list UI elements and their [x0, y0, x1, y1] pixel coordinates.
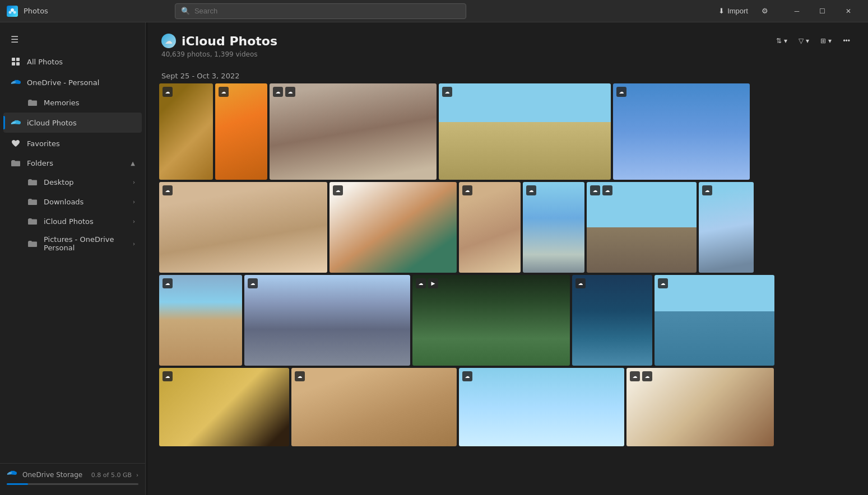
cloud-badge: ☁ [248, 278, 258, 288]
sidebar-item-folders[interactable]: Folders ▲ [3, 154, 142, 172]
photo-item[interactable]: ☁ [699, 182, 754, 273]
search-input[interactable] [194, 7, 460, 15]
storage-bar-fill [7, 483, 28, 485]
pictures-expand-icon: › [133, 241, 135, 247]
sidebar-item-all-photos[interactable]: All Photos [3, 52, 142, 72]
view-button[interactable]: ⊞ ▾ [816, 34, 836, 48]
photo-item[interactable]: ☁ [439, 83, 611, 180]
photo-grid: ☁ ☁ ☁ ☁ ☁ ☁ [148, 83, 868, 460]
cloud-badge2: ☁ [602, 185, 612, 195]
photo-item[interactable]: ☁ [613, 83, 750, 180]
grid-icon [10, 56, 21, 67]
sidebar-item-downloads[interactable]: Downloads › [3, 192, 142, 211]
photo-item[interactable]: ☁ [523, 182, 584, 273]
sort-button[interactable]: ⇅ ▾ [772, 34, 792, 48]
import-icon: ⬇ [718, 7, 725, 15]
desktop-label: Desktop [44, 178, 127, 186]
sidebar-item-icloud-folder[interactable]: iCloud Photos › [3, 212, 142, 231]
cloud-badge: ☁ [462, 185, 472, 195]
onedrive-label: OneDrive - Personal [27, 78, 135, 87]
titlebar: Photos 🔍 ⬇ Import ⚙ ─ ☐ ✕ [0, 0, 868, 22]
content-header: ☁ iCloud Photos ⇅ ▾ ▽ ▾ ⊞ ▾ [148, 22, 868, 67]
search-icon: 🔍 [181, 7, 190, 15]
minimize-button[interactable]: ─ [784, 2, 810, 20]
photo-item[interactable]: ☁ [159, 182, 327, 273]
filter-button[interactable]: ▽ ▾ [794, 34, 814, 48]
sort-chevron-icon: ▾ [784, 37, 787, 45]
photo-item[interactable]: ☁ [572, 275, 652, 366]
filter-chevron-icon: ▾ [806, 37, 809, 45]
photo-item[interactable]: ☁ [459, 368, 624, 446]
svg-rect-3 [12, 58, 15, 61]
search-bar[interactable]: 🔍 [175, 3, 466, 19]
sidebar-item-icloud-photos[interactable]: iCloud Photos [3, 113, 142, 133]
cloud-badge: ☁ [616, 87, 626, 97]
sidebar: ☰ All Photos On [0, 22, 146, 495]
more-icon: ••• [843, 37, 850, 45]
settings-button[interactable]: ⚙ [757, 4, 773, 17]
storage-chevron-icon: › [136, 472, 138, 478]
photo-row-3: ☁ ☁ ☁ ▶ ☁ ☁ [159, 275, 857, 366]
cloud-badge: ☁ [658, 278, 668, 288]
cloud-badge: ☁ [273, 87, 283, 97]
photo-item[interactable]: ☁ [291, 368, 457, 446]
storage-label: OneDrive Storage [22, 471, 87, 479]
icloud-icon [10, 117, 21, 128]
view-chevron-icon: ▾ [828, 37, 832, 45]
photo-item[interactable]: ☁ [159, 275, 242, 366]
photo-item[interactable]: ☁ [159, 368, 289, 446]
folders-icon [10, 157, 21, 169]
sidebar-item-memories[interactable]: Memories [3, 93, 142, 112]
maximize-button[interactable]: ☐ [810, 2, 835, 20]
close-button[interactable]: ✕ [835, 2, 861, 20]
cloud-badge: ☁ [462, 371, 472, 381]
svg-rect-6 [16, 62, 20, 66]
desktop-folder-icon [27, 176, 38, 188]
storage-row[interactable]: OneDrive Storage 0.8 of 5.0 GB › [7, 469, 138, 480]
cloud-badge: ☁ [163, 278, 173, 288]
storage-bar [7, 483, 138, 485]
pictures-onedrive-label: Pictures - OneDrive Personal [44, 235, 127, 252]
svg-point-2 [13, 11, 16, 13]
cloud-badge: ☁ [630, 371, 640, 381]
content-area: ☁ iCloud Photos ⇅ ▾ ▽ ▾ ⊞ ▾ [148, 22, 868, 495]
memories-label: Memories [44, 99, 135, 107]
view-icon: ⊞ [820, 37, 826, 45]
main-layout: ☰ All Photos On [0, 22, 868, 495]
sidebar-item-onedrive[interactable]: OneDrive - Personal [3, 72, 142, 92]
svg-point-1 [9, 11, 12, 13]
cloud-badge: ☁ [163, 185, 173, 195]
title-row: ☁ iCloud Photos ⇅ ▾ ▽ ▾ ⊞ ▾ [161, 34, 855, 48]
sidebar-item-desktop[interactable]: Desktop › [3, 172, 142, 192]
photo-item[interactable]: ☁ ☁ [626, 368, 774, 446]
photo-item[interactable]: ☁ [159, 83, 213, 180]
more-button[interactable]: ••• [838, 34, 855, 48]
window-controls: ─ ☐ ✕ [784, 2, 861, 20]
photo-item[interactable]: ☁ [215, 83, 267, 180]
page-title: iCloud Photos [182, 34, 277, 48]
photo-item[interactable]: ☁ [459, 182, 521, 273]
cloud-badge: ☁ [219, 87, 229, 97]
hamburger-menu-button[interactable]: ☰ [4, 29, 25, 49]
photo-item[interactable]: ☁ ☁ [270, 83, 437, 180]
sidebar-item-pictures-onedrive[interactable]: Pictures - OneDrive Personal › [3, 231, 142, 256]
cloud-badge: ☁ [416, 278, 426, 288]
photo-item[interactable]: ☁ [329, 182, 457, 273]
filter-icon: ▽ [799, 37, 804, 45]
content-subtitle: 40,639 photos, 1,399 videos [161, 50, 855, 58]
icloud-folder-icon [27, 216, 38, 227]
folders-collapse-icon: ▲ [131, 160, 135, 166]
icloud-photos-icon: ☁ [161, 34, 176, 48]
import-button[interactable]: ⬇ Import [714, 4, 753, 17]
icloud-photos-label: iCloud Photos [27, 119, 135, 127]
sidebar-item-favorites[interactable]: Favorites [3, 133, 142, 153]
cloud-badge: ☁ [163, 87, 173, 97]
photo-item[interactable]: ☁ [655, 275, 774, 366]
app-title: Photos [24, 7, 48, 15]
photo-item[interactable]: ☁ [244, 275, 410, 366]
memories-folder-icon [27, 97, 38, 108]
gear-icon: ⚙ [762, 7, 768, 15]
photo-item[interactable]: ☁ ▶ [412, 275, 570, 366]
folders-label: Folders [27, 159, 125, 167]
photo-item[interactable]: ☁ ☁ [587, 182, 697, 273]
